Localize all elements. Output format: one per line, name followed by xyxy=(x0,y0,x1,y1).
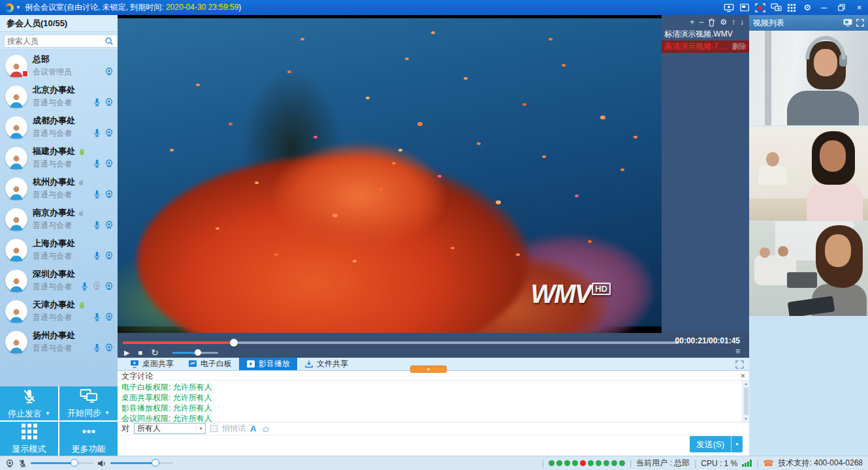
mic-icon[interactable] xyxy=(93,159,101,168)
webcam-icon[interactable] xyxy=(104,312,114,322)
webcam-icon[interactable] xyxy=(104,67,114,76)
start-sync-button[interactable]: 开始同步▼ xyxy=(59,386,118,420)
participant-icons xyxy=(80,281,114,291)
message-input-area[interactable]: 发送(S) ▼ xyxy=(118,435,749,455)
replay-button[interactable]: ↻ xyxy=(151,347,159,358)
mic-volume-slider[interactable] xyxy=(31,462,93,464)
app-logo-icon[interactable] xyxy=(5,3,14,12)
webcam-gray-icon[interactable] xyxy=(92,281,101,291)
speaker-volume-handle[interactable] xyxy=(152,459,159,467)
monitor-icon[interactable] xyxy=(843,19,852,27)
volume-handle[interactable] xyxy=(195,349,201,356)
speaker-volume-slider[interactable] xyxy=(110,462,173,464)
volume-slider[interactable] xyxy=(172,352,218,354)
mic-icon[interactable] xyxy=(80,281,89,291)
fullscreen-icon[interactable] xyxy=(735,360,744,371)
webcam-icon[interactable] xyxy=(104,97,114,107)
mic-icon[interactable] xyxy=(93,220,101,230)
collapse-handle[interactable]: ▼ xyxy=(410,366,447,373)
font-icon[interactable]: A xyxy=(250,424,256,433)
participant-row[interactable]: 杭州办事处普通与会者 xyxy=(0,173,118,204)
display-mode-small-icon[interactable] xyxy=(788,4,796,12)
tab-label: 电子白板 xyxy=(201,358,232,369)
stop-button[interactable]: ■ xyxy=(138,349,142,356)
chat-scrollbar[interactable]: ▲▼ xyxy=(742,381,749,422)
recipient-select[interactable]: 所有人 ▼ xyxy=(134,423,206,434)
minimize-icon[interactable]: ─ xyxy=(821,3,827,12)
webcam-icon[interactable] xyxy=(104,281,114,291)
tab-whiteboard[interactable]: 电子白板 xyxy=(181,358,239,370)
search-icon[interactable] xyxy=(104,37,114,46)
seek-bar[interactable] xyxy=(123,341,679,344)
participant-row[interactable]: 北京办事处普通与会者 xyxy=(0,81,118,112)
seek-handle[interactable] xyxy=(230,339,238,347)
scroll-down-icon[interactable]: ▼ xyxy=(744,416,748,421)
scroll-thumb[interactable] xyxy=(744,387,748,415)
participant-row[interactable]: 深圳办事处普通与会者 xyxy=(0,265,118,296)
participant-row[interactable]: 福建办事处普通与会者 xyxy=(0,142,118,173)
participant-row[interactable]: 成都办事处普通与会者 xyxy=(0,112,118,142)
mic-icon[interactable] xyxy=(93,312,101,322)
move-up-icon[interactable]: ↑ xyxy=(731,18,735,26)
mic-icon[interactable] xyxy=(93,128,101,138)
close-icon[interactable]: × xyxy=(741,372,745,380)
play-button[interactable]: ▶ xyxy=(124,349,129,357)
video-player[interactable]: WMV HD xyxy=(118,15,662,333)
video-thumbnail[interactable] xyxy=(749,126,868,221)
speaker-icon[interactable] xyxy=(97,460,106,467)
playlist-item[interactable]: 高清演示视频-720P.wmv删除 xyxy=(662,40,749,53)
delete-icon[interactable] xyxy=(708,18,715,27)
chat-message: 会议同步权限: 允许所有人 xyxy=(121,413,739,422)
window-capture-icon[interactable] xyxy=(740,3,749,12)
settings-icon[interactable]: ⚙ xyxy=(720,18,727,26)
maximize-icon[interactable] xyxy=(838,4,845,11)
participant-row[interactable]: 上海办事处普通与会者 xyxy=(0,234,118,265)
expand-icon[interactable] xyxy=(856,19,864,27)
webcam-icon[interactable] xyxy=(5,459,14,468)
webcam-icon[interactable] xyxy=(104,251,114,260)
participant-row[interactable]: 南京办事处普通与会者 xyxy=(0,204,118,234)
screen-share-icon[interactable] xyxy=(771,3,782,12)
webcam-icon[interactable] xyxy=(104,189,114,199)
stop-speaking-button[interactable]: 停止发言▼ xyxy=(0,386,58,420)
close-icon[interactable]: × xyxy=(857,3,862,12)
avatar xyxy=(5,331,27,353)
whisper-checkbox[interactable] xyxy=(210,425,217,432)
webcam-icon[interactable] xyxy=(104,128,114,138)
settings-icon[interactable]: ⚙ xyxy=(803,3,811,12)
grid-icon xyxy=(21,423,38,440)
mic-icon[interactable] xyxy=(93,251,101,260)
scroll-up-icon[interactable]: ▲ xyxy=(744,381,748,386)
chevron-down-icon[interactable]: ▼ xyxy=(731,436,743,452)
emoji-icon[interactable]: ☺ xyxy=(261,424,270,434)
playlist-toggle-icon[interactable]: ≡ xyxy=(735,347,740,356)
mic-icon[interactable] xyxy=(93,343,101,352)
participant-row[interactable]: 扬州办事处普通与会者 xyxy=(0,326,118,357)
webcam-icon[interactable] xyxy=(104,159,114,168)
screen-broadcast-icon[interactable] xyxy=(724,3,734,12)
delete-button[interactable]: 删除 xyxy=(732,40,747,53)
video-thumbnail[interactable] xyxy=(749,221,868,316)
mic-icon[interactable] xyxy=(93,189,101,199)
video-thumbnail[interactable] xyxy=(749,31,868,125)
mic-volume-handle[interactable] xyxy=(71,459,78,467)
tab-desktop-share[interactable]: 桌面共享 xyxy=(123,358,181,370)
webcam-icon[interactable] xyxy=(104,220,114,230)
mic-muted-icon[interactable] xyxy=(18,459,27,468)
search-input[interactable] xyxy=(4,35,119,48)
record-icon[interactable] xyxy=(755,3,765,12)
chevron-down-icon[interactable]: ▼ xyxy=(16,5,21,10)
display-mode-button[interactable]: 显示模式 xyxy=(0,422,58,456)
webcam-icon[interactable] xyxy=(104,343,114,352)
remove-icon[interactable]: − xyxy=(699,18,703,26)
participant-row[interactable]: 天津办事处普通与会者 xyxy=(0,296,118,326)
move-down-icon[interactable]: ↓ xyxy=(740,18,744,26)
add-icon[interactable]: + xyxy=(690,18,694,26)
participant-row[interactable]: 总部会议管理员 xyxy=(0,50,118,81)
mic-icon[interactable] xyxy=(93,97,101,107)
send-button[interactable]: 发送(S) ▼ xyxy=(690,436,743,452)
tab-file-share[interactable]: 文件共享 xyxy=(297,358,355,370)
playlist-item[interactable]: 标清演示视频.WMV xyxy=(662,28,749,40)
more-functions-button[interactable]: 更多功能 xyxy=(59,422,118,456)
tab-media-play[interactable]: 影音播放 xyxy=(239,358,297,370)
